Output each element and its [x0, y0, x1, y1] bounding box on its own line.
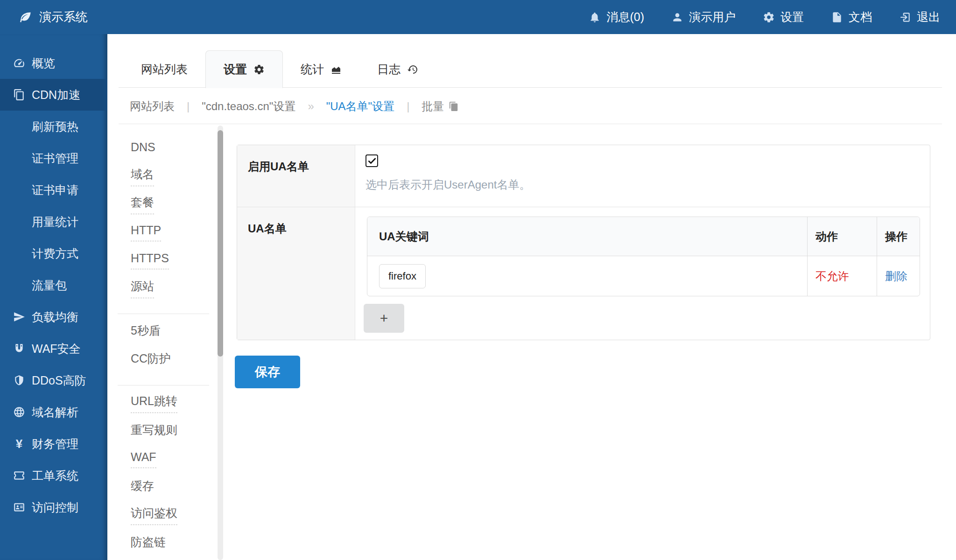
main-sidebar: 概览 CDN加速 刷新预热 证书管理 证书申请 用量统计 计费方式 流量包 负载… — [0, 34, 107, 560]
ua-list-label: UA名单 — [237, 207, 355, 340]
tab-settings[interactable]: 设置 — [205, 50, 283, 88]
enable-ua-description: 选中后表示开启UserAgent名单。 — [366, 177, 919, 192]
nav-docs-label: 文档 — [849, 9, 872, 25]
nav-messages[interactable]: 消息(0) — [589, 9, 644, 25]
sidebar-item-label: CDN加速 — [32, 87, 80, 103]
nav-user-label: 演示用户 — [689, 9, 736, 25]
sidebar-item-waf[interactable]: WAF安全 — [0, 333, 107, 364]
sidebar-item-label: 财务管理 — [32, 436, 78, 452]
submenu-item-domain[interactable]: 域名 — [118, 162, 209, 190]
submenu-scrollbar-track[interactable] — [218, 126, 223, 560]
submenu-item-cache[interactable]: 缓存 — [118, 473, 209, 501]
submenu-item-plan[interactable]: 套餐 — [118, 190, 209, 218]
submenu-item-http[interactable]: HTTP — [118, 218, 209, 246]
nav-logout[interactable]: 退出 — [899, 9, 940, 25]
submenu-scrollbar-thumb[interactable] — [218, 130, 223, 357]
enable-ua-checkbox[interactable] — [366, 154, 378, 167]
submenu-label: CC防护 — [131, 351, 171, 369]
breadcrumb-separator: | — [187, 100, 190, 113]
checkmark-icon — [367, 156, 377, 166]
sidebar-item-label: 负载均衡 — [32, 309, 78, 325]
sidebar-item-overview[interactable]: 概览 — [0, 47, 107, 79]
tab-stats[interactable]: 统计 — [283, 50, 359, 88]
ua-keyword-tag[interactable]: firefox — [379, 264, 426, 288]
submenu-item-cc-protect[interactable]: CC防护 — [118, 346, 209, 374]
submenu-label: HTTPS — [131, 252, 169, 269]
sidebar-item-cdn[interactable]: CDN加速 — [0, 79, 107, 111]
submenu-item-5s-shield[interactable]: 5秒盾 — [118, 318, 209, 346]
tab-bar: 网站列表 设置 统计 日志 — [119, 50, 942, 88]
ua-table-row: firefox 不允许 删除 — [367, 256, 920, 296]
file-icon — [831, 11, 843, 23]
submenu-label: 访问鉴权 — [131, 505, 177, 525]
address-card-icon — [13, 501, 25, 513]
main-content: 网站列表 设置 统计 日志 网站列表 | "cdn.teaos.cn"设置 » … — [107, 34, 956, 560]
submenu-item-rewrite[interactable]: 重写规则 — [118, 417, 209, 445]
submenu-label: URL跳转 — [131, 393, 177, 413]
sidebar-item-label: 流量包 — [32, 278, 67, 293]
sidebar-item-label: 工单系统 — [32, 468, 78, 483]
submenu-item-waf[interactable]: WAF — [118, 445, 209, 473]
batch-label: 批量 — [422, 99, 444, 114]
sidebar-item-cert-apply[interactable]: 证书申请 — [0, 174, 107, 206]
clone-icon — [13, 89, 25, 101]
submenu-item-auth[interactable]: 访问鉴权 — [118, 501, 209, 529]
submenu-item-url-redirect[interactable]: URL跳转 — [118, 389, 209, 417]
sidebar-item-refresh[interactable]: 刷新预热 — [0, 111, 107, 142]
sidebar-item-tickets[interactable]: 工单系统 — [0, 460, 107, 491]
tab-logs[interactable]: 日志 — [359, 50, 436, 88]
submenu-divider — [118, 385, 209, 385]
breadcrumb-current[interactable]: "UA名单"设置 — [326, 99, 394, 114]
nav-settings[interactable]: 设置 — [763, 9, 804, 25]
enable-ua-value: 选中后表示开启UserAgent名单。 — [355, 145, 930, 207]
sidebar-item-label: 域名解析 — [32, 405, 78, 420]
submenu-label: 缓存 — [131, 478, 154, 497]
header-keyword: UA关键词 — [367, 217, 807, 256]
sidebar-item-label: 计费方式 — [32, 246, 78, 261]
breadcrumb-site-settings[interactable]: "cdn.teaos.cn"设置 — [202, 99, 295, 114]
tab-site-list[interactable]: 网站列表 — [123, 50, 205, 88]
sidebar-item-dns-resolve[interactable]: 域名解析 — [0, 396, 107, 428]
sidebar-item-load-balance[interactable]: 负载均衡 — [0, 301, 107, 333]
tab-label: 设置 — [224, 62, 247, 77]
submenu-item-https[interactable]: HTTPS — [118, 246, 209, 274]
sidebar-item-label: 概览 — [32, 56, 55, 71]
header-operation: 操作 — [877, 217, 920, 256]
breadcrumb-site-list[interactable]: 网站列表 — [130, 99, 175, 114]
delete-link[interactable]: 删除 — [885, 269, 907, 284]
submenu-item-dns[interactable]: DNS — [118, 134, 209, 162]
sidebar-item-cert-manage[interactable]: 证书管理 — [0, 142, 107, 174]
sidebar-item-finance[interactable]: ¥ 财务管理 — [0, 428, 107, 460]
sidebar-item-usage-stats[interactable]: 用量统计 — [0, 206, 107, 238]
submenu-label: WAF — [131, 450, 156, 468]
sidebar-item-traffic-package[interactable]: 流量包 — [0, 269, 107, 301]
tab-label: 网站列表 — [141, 62, 188, 77]
submenu-item-hotlink[interactable]: 防盗链 — [118, 529, 209, 557]
enable-ua-label: 启用UA名单 — [237, 145, 355, 207]
tab-label: 统计 — [301, 62, 324, 77]
nav-user[interactable]: 演示用户 — [671, 9, 736, 25]
user-icon — [671, 11, 683, 23]
save-button[interactable]: 保存 — [235, 356, 300, 388]
sidebar-item-label: 刷新预热 — [32, 119, 78, 134]
cell-keyword: firefox — [367, 256, 807, 296]
breadcrumb-separator: | — [407, 100, 409, 113]
add-keyword-button[interactable]: + — [364, 304, 404, 333]
nav-docs[interactable]: 文档 — [831, 9, 872, 25]
nav-messages-label: 消息(0) — [606, 9, 644, 25]
shield-icon — [13, 374, 25, 386]
breadcrumb-batch[interactable]: 批量 — [422, 99, 459, 114]
breadcrumb-divider — [119, 124, 942, 124]
sidebar-item-billing[interactable]: 计费方式 — [0, 238, 107, 269]
submenu-label: HTTP — [131, 224, 161, 241]
history-icon — [407, 64, 418, 75]
area-chart-icon — [330, 64, 342, 75]
nav-settings-label: 设置 — [780, 9, 804, 25]
sidebar-item-ddos[interactable]: DDoS高防 — [0, 364, 107, 396]
globe-icon — [13, 406, 25, 418]
magnet-icon — [13, 343, 25, 355]
submenu-item-origin[interactable]: 源站 — [118, 274, 209, 302]
breadcrumb-separator: » — [308, 100, 314, 113]
sidebar-item-access-control[interactable]: 访问控制 — [0, 491, 107, 523]
ua-list-value: UA关键词 动作 操作 firefox 不允许 删除 — [355, 207, 931, 340]
